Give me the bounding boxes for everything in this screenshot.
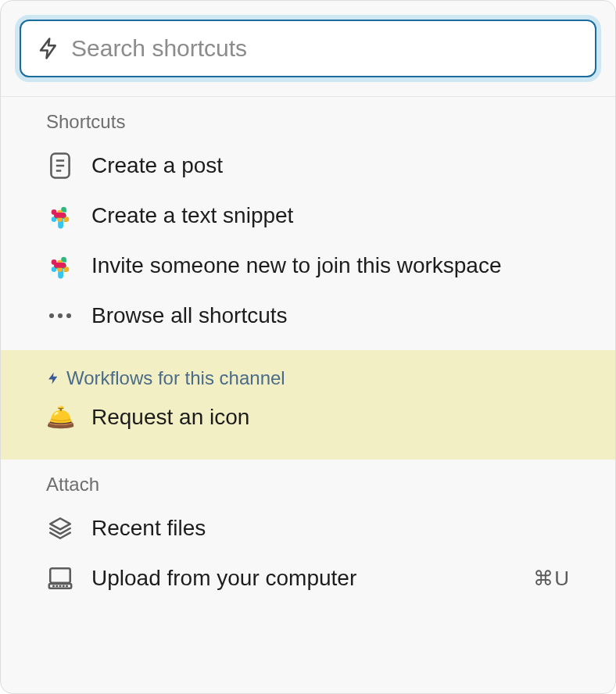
section-header-workflows: Workflows for this channel bbox=[1, 367, 615, 392]
attach-label: Upload from your computer bbox=[91, 566, 516, 591]
section-workflows: Workflows for this channel 🛎️ Request an… bbox=[1, 350, 615, 460]
shortcut-label: Invite someone new to join this workspac… bbox=[91, 253, 570, 278]
section-shortcuts: Shortcuts Create a post bbox=[1, 97, 615, 350]
shortcut-browse-all[interactable]: Browse all shortcuts bbox=[1, 291, 615, 341]
svg-rect-8 bbox=[50, 568, 70, 582]
search-input[interactable] bbox=[71, 35, 579, 62]
shortcut-create-snippet[interactable]: Create a text snippet bbox=[1, 191, 615, 241]
search-wrap bbox=[1, 1, 615, 96]
attach-recent-files[interactable]: Recent files bbox=[1, 503, 615, 553]
search-box[interactable] bbox=[20, 20, 596, 77]
shortcut-label: Create a post bbox=[91, 153, 570, 178]
section-attach: Attach Recent files bbox=[1, 460, 615, 613]
attach-label: Recent files bbox=[91, 516, 570, 541]
shortcut-label: Create a text snippet bbox=[91, 203, 570, 228]
bolt-filled-icon bbox=[46, 370, 60, 387]
bell-icon: 🛎️ bbox=[46, 403, 74, 431]
svg-point-4 bbox=[49, 313, 54, 318]
computer-icon bbox=[46, 564, 74, 592]
shortcut-label: Browse all shortcuts bbox=[91, 303, 570, 328]
section-header-shortcuts: Shortcuts bbox=[1, 111, 615, 141]
lightning-bolt-icon bbox=[37, 35, 60, 62]
layers-icon bbox=[46, 514, 74, 542]
shortcut-create-post[interactable]: Create a post bbox=[1, 141, 615, 191]
section-header-attach: Attach bbox=[1, 474, 615, 503]
attach-upload-computer[interactable]: Upload from your computer ⌘U bbox=[1, 553, 615, 603]
section-header-label: Attach bbox=[46, 474, 99, 495]
section-header-label: Shortcuts bbox=[46, 111, 125, 133]
shortcuts-panel: Shortcuts Create a post bbox=[0, 0, 616, 694]
slack-icon bbox=[46, 202, 74, 230]
workflow-request-icon[interactable]: 🛎️ Request an icon bbox=[1, 392, 615, 442]
svg-point-5 bbox=[58, 313, 63, 318]
section-header-label: Workflows for this channel bbox=[66, 367, 285, 389]
keyboard-shortcut: ⌘U bbox=[533, 567, 570, 591]
svg-point-6 bbox=[66, 313, 71, 318]
ellipsis-icon bbox=[46, 302, 74, 330]
shortcut-invite[interactable]: Invite someone new to join this workspac… bbox=[1, 241, 615, 291]
document-icon bbox=[46, 152, 74, 180]
workflow-label: Request an icon bbox=[91, 405, 570, 430]
slack-icon bbox=[46, 252, 74, 280]
svg-marker-7 bbox=[50, 518, 70, 529]
